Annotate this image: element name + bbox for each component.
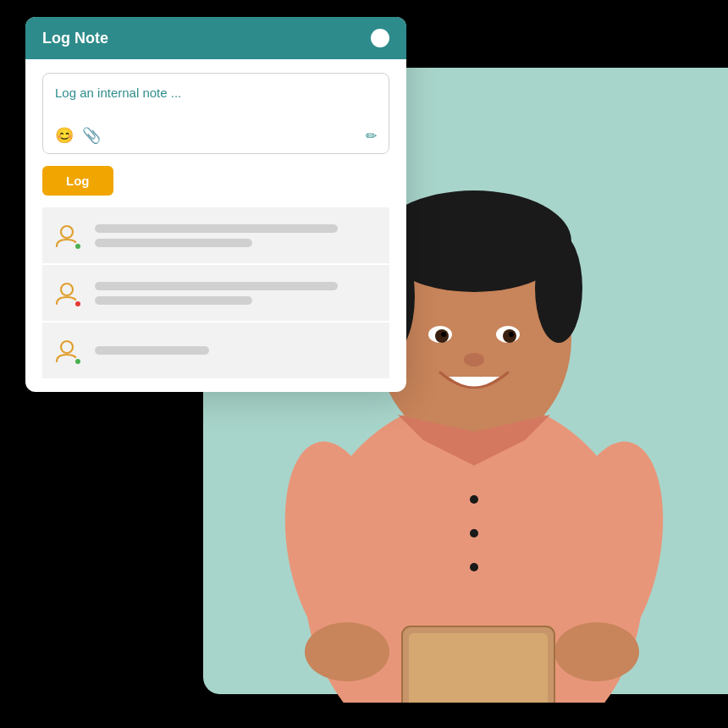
card-title: Log Note [42, 30, 108, 47]
message-line [95, 346, 209, 355]
avatar-wrap [51, 219, 83, 251]
message-item [42, 265, 389, 323]
message-lines [95, 224, 381, 247]
log-note-card: Log Note Log an internal note ... 😊 📎 ✏ … [25, 17, 406, 392]
svg-point-15 [470, 563, 478, 571]
status-dot-green [74, 242, 82, 251]
svg-point-22 [61, 226, 73, 238]
card-header: Log Note [25, 17, 406, 59]
toolbar-left: 😊 📎 [55, 126, 101, 145]
avatar-wrap [51, 334, 83, 367]
log-button[interactable]: Log [42, 166, 113, 196]
message-lines [95, 346, 381, 355]
svg-point-14 [470, 529, 478, 538]
avatar-wrap [51, 277, 83, 309]
message-item [42, 207, 389, 265]
message-lines [95, 282, 381, 305]
message-list [42, 207, 389, 378]
header-toggle-button[interactable] [371, 29, 389, 47]
note-toolbar: 😊 📎 ✏ [55, 126, 377, 145]
svg-point-10 [441, 332, 446, 337]
svg-point-5 [535, 233, 582, 343]
svg-point-23 [61, 284, 73, 295]
svg-point-13 [470, 495, 478, 504]
svg-point-19 [554, 622, 639, 681]
svg-point-11 [509, 332, 514, 337]
note-input-area[interactable]: Log an internal note ... 😊 📎 ✏ [42, 73, 389, 154]
message-line [95, 282, 338, 290]
message-line [95, 224, 338, 233]
emoji-icon[interactable]: 😊 [55, 126, 74, 145]
message-line [95, 239, 252, 247]
svg-point-24 [61, 341, 73, 353]
message-line [95, 296, 252, 305]
note-placeholder-text: Log an internal note ... [55, 85, 377, 113]
status-dot-red [74, 300, 82, 308]
status-dot-green [74, 357, 82, 366]
svg-rect-21 [409, 633, 548, 703]
attach-icon[interactable]: 📎 [82, 126, 101, 145]
message-item [42, 323, 389, 378]
edit-icon[interactable]: ✏ [366, 128, 377, 144]
card-body: Log an internal note ... 😊 📎 ✏ Log [25, 59, 406, 392]
svg-point-18 [305, 622, 389, 681]
svg-point-12 [464, 353, 484, 367]
